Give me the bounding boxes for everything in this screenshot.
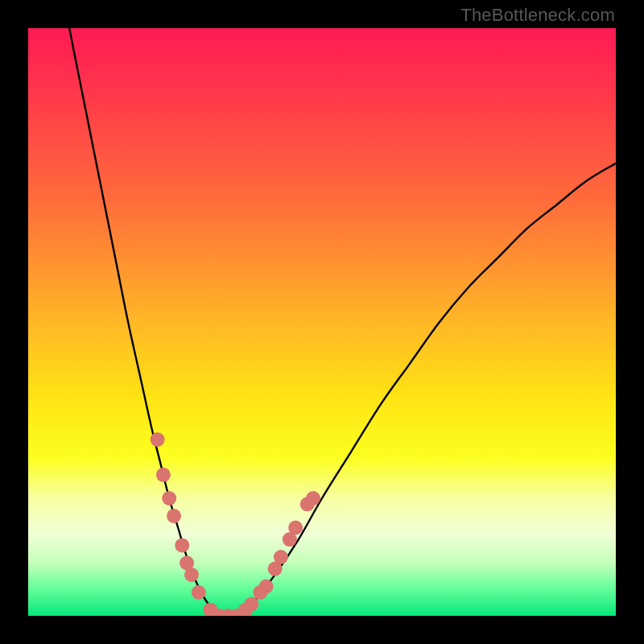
data-point xyxy=(288,521,303,535)
watermark-text: TheBottleneck.com xyxy=(460,5,615,26)
data-point xyxy=(156,468,171,482)
data-point xyxy=(184,568,199,582)
data-point xyxy=(274,550,288,564)
data-point xyxy=(244,597,258,611)
data-point xyxy=(175,538,189,552)
plot-area xyxy=(28,28,616,616)
chart-frame: TheBottleneck.com xyxy=(0,0,644,644)
curve-layer xyxy=(28,28,616,616)
data-point xyxy=(306,491,320,506)
data-markers xyxy=(151,432,320,616)
data-point xyxy=(167,509,181,523)
data-point xyxy=(192,585,206,600)
data-point xyxy=(151,432,165,447)
data-point xyxy=(162,491,176,506)
data-point xyxy=(259,580,274,594)
bottleneck-curve xyxy=(69,28,616,616)
